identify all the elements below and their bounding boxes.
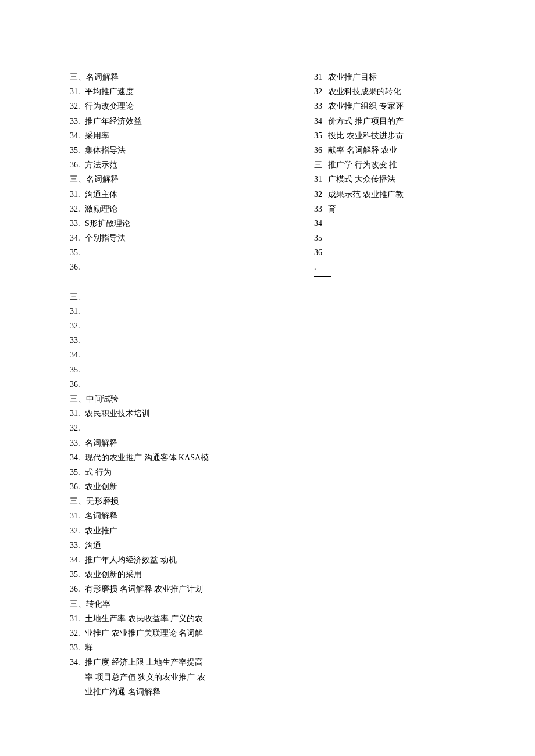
item-label: 31. [70, 611, 85, 626]
item-label: 31. [70, 508, 85, 523]
item-label: 32 [314, 187, 328, 202]
right-column: 31农业推广目标 32农业科技成果的转化 33农业推广组织 专家评 34价方式 … [314, 70, 430, 699]
item-label: 32. [70, 318, 85, 333]
item-label: 三、 [70, 597, 86, 611]
list-item: 34 [314, 216, 430, 231]
item-label: 34 [314, 114, 328, 128]
list-item: 34.推广年人均经济效益 动机 [70, 553, 262, 567]
item-label [70, 275, 85, 289]
list-item: 三、名词解释 [70, 70, 262, 84]
list-item: 35.式 行为 [70, 465, 262, 479]
list-item [70, 275, 262, 289]
list-item: 32.行为改变理论 [70, 99, 262, 113]
list-item: 33. [70, 333, 262, 347]
item-text: 方法示范 [85, 157, 117, 172]
list-item: 35.集体指导法 [70, 143, 262, 157]
item-label: 31. [70, 187, 85, 202]
item-label: 三、 [70, 289, 86, 304]
item-label: 35. [70, 143, 85, 157]
list-item: 33.名词解释 [70, 436, 262, 450]
list-item: 率 项目总产值 狭义的农业推广 农 [70, 670, 262, 685]
item-label: 36 [314, 143, 328, 157]
item-label: 33. [70, 333, 85, 347]
left-column: 三、名词解释 31.平均推广速度 32.行为改变理论 33.推广年经济效益 34… [70, 70, 262, 699]
item-text: 农业推广目标 [328, 70, 377, 84]
list-item: 32.激励理论 [70, 202, 262, 216]
item-label: 35. [70, 465, 85, 479]
list-item: 34价方式 推广项目的产 [314, 114, 430, 128]
item-text: 农业创新的采用 [85, 567, 142, 582]
item-text: 个别指导法 [85, 231, 126, 245]
list-item: 三、 [70, 289, 262, 304]
item-text: 农业推广 [85, 524, 117, 538]
list-item: 34. [70, 347, 262, 362]
item-text: 名词解释 [86, 70, 119, 84]
item-text: 释 [85, 640, 93, 655]
list-item: 31.平均推广速度 [70, 84, 262, 99]
list-item: 36.有形磨损 名词解释 农业推广计划 [70, 582, 262, 596]
list-item: 32.业推广 农业推广关联理论 名词解 [70, 626, 262, 640]
item-label: 31 [314, 172, 328, 187]
list-item: 31农业推广目标 [314, 70, 430, 84]
item-label: 36. [70, 479, 85, 494]
item-label: 31. [70, 406, 85, 421]
item-text: 农业创新 [85, 479, 117, 494]
list-item: 34.现代的农业推广 沟通客体 KASA模 [70, 450, 262, 465]
item-label: 三、 [70, 392, 86, 406]
item-label: 32. [70, 99, 85, 113]
item-label: 33. [70, 436, 85, 450]
item-text: 无形磨损 [86, 494, 119, 508]
list-item: 32. [70, 318, 262, 333]
item-text: 推广度 经济上限 土地生产率提高 [85, 655, 203, 669]
list-item: 31.名词解释 [70, 508, 262, 523]
item-text: 广模式 大众传播法 [328, 172, 395, 187]
item-text: 激励理论 [85, 202, 117, 216]
list-item: 36. [70, 377, 262, 392]
item-label: 36. [70, 582, 85, 596]
item-label: 34. [70, 450, 85, 465]
item-text: 名词解释 [85, 508, 117, 523]
item-text: 有形磨损 名词解释 农业推广计划 [85, 582, 203, 596]
list-item: 34.个别指导法 [70, 231, 262, 245]
item-text: 采用率 [85, 128, 109, 143]
list-item: 33.推广年经济效益 [70, 114, 262, 128]
item-text: 业推广沟通 名词解释 [85, 685, 160, 699]
item-label: 36. [70, 377, 85, 392]
list-item: 三、中间试验 [70, 392, 262, 406]
list-item: 35. [70, 245, 262, 260]
item-label: 34. [70, 231, 85, 245]
item-text: 推广年人均经济效益 动机 [85, 553, 177, 567]
list-item: 36. [70, 260, 262, 274]
item-text: 献率 名词解释 农业 [328, 143, 397, 157]
list-item: 33.释 [70, 640, 262, 655]
item-text: 价方式 推广项目的产 [328, 114, 404, 128]
item-label: 35. [70, 567, 85, 582]
list-item: 32.农业推广 [70, 524, 262, 538]
list-item: 32. [70, 421, 262, 435]
list-item: 31.土地生产率 农民收益率 广义的农 [70, 611, 262, 626]
item-label: 35 [314, 231, 328, 245]
item-label: 34 [314, 216, 328, 231]
list-item: 35投比 农业科技进步贡 [314, 128, 430, 143]
list-item: 36.农业创新 [70, 479, 262, 494]
list-item: 业推广沟通 名词解释 [70, 685, 262, 699]
item-label: 35. [70, 363, 85, 377]
item-text: 成果示范 农业推广教 [328, 187, 404, 202]
list-item: 36 [314, 245, 430, 260]
item-label: 三、 [70, 172, 86, 187]
list-item: 31. [70, 304, 262, 318]
item-text: 农民职业技术培训 [85, 406, 150, 421]
item-text: 率 项目总产值 狭义的农业推广 农 [85, 670, 205, 685]
item-text: 农业推广组织 专家评 [328, 99, 404, 113]
item-label: 33 [314, 99, 328, 113]
item-text: 名词解释 [86, 172, 119, 187]
item-text: 平均推广速度 [85, 84, 134, 99]
item-text: 沟通 [85, 538, 101, 553]
list-item: 33育 [314, 202, 430, 216]
item-text: 土地生产率 农民收益率 广义的农 [85, 611, 203, 626]
item-label: 33. [70, 114, 85, 128]
item-label: 31. [70, 304, 85, 318]
item-label: 34. [70, 347, 85, 362]
list-item: 36.方法示范 [70, 157, 262, 172]
list-item: 三、转化率 [70, 597, 262, 611]
